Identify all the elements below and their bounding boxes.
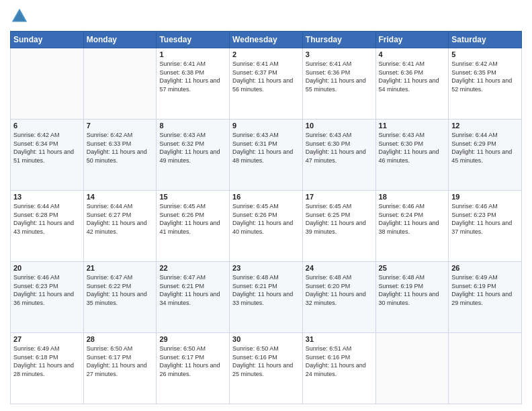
day-number: 7: [87, 122, 154, 130]
day-number: 29: [159, 335, 226, 343]
week-row-1: 1Sunrise: 6:41 AMSunset: 6:38 PMDaylight…: [11, 48, 522, 120]
day-number: 4: [379, 50, 446, 58]
calendar-cell: 10Sunrise: 6:43 AMSunset: 6:30 PMDayligh…: [302, 120, 375, 191]
day-info: Sunrise: 6:46 AMSunset: 6:24 PMDaylight:…: [379, 202, 446, 236]
day-info: Sunrise: 6:45 AMSunset: 6:26 PMDaylight:…: [159, 202, 226, 236]
weekday-header-row: SundayMondayTuesdayWednesdayThursdayFrid…: [11, 32, 522, 48]
day-info: Sunrise: 6:45 AMSunset: 6:25 PMDaylight:…: [306, 202, 373, 236]
calendar-cell: 6Sunrise: 6:42 AMSunset: 6:34 PMDaylight…: [11, 120, 84, 191]
calendar-cell: 12Sunrise: 6:44 AMSunset: 6:29 PMDayligh…: [449, 120, 522, 191]
day-info: Sunrise: 6:46 AMSunset: 6:23 PMDaylight:…: [451, 202, 519, 236]
day-info: Sunrise: 6:43 AMSunset: 6:30 PMDaylight:…: [379, 131, 446, 165]
weekday-header-sunday: Sunday: [11, 32, 84, 48]
day-info: Sunrise: 6:50 AMSunset: 6:17 PMDaylight:…: [87, 345, 154, 378]
day-info: Sunrise: 6:48 AMSunset: 6:21 PMDaylight:…: [232, 273, 300, 307]
day-number: 12: [451, 122, 519, 130]
day-number: 28: [87, 335, 154, 343]
day-info: Sunrise: 6:46 AMSunset: 6:23 PMDaylight:…: [13, 273, 81, 307]
calendar-cell: 3Sunrise: 6:41 AMSunset: 6:36 PMDaylight…: [302, 48, 375, 120]
calendar-cell: [449, 333, 522, 404]
calendar-cell: 16Sunrise: 6:45 AMSunset: 6:26 PMDayligh…: [230, 191, 303, 262]
day-info: Sunrise: 6:47 AMSunset: 6:21 PMDaylight:…: [159, 273, 226, 307]
logo: [10, 7, 32, 26]
calendar-cell: 29Sunrise: 6:50 AMSunset: 6:17 PMDayligh…: [157, 333, 230, 404]
day-number: 24: [306, 264, 373, 272]
calendar-cell: 25Sunrise: 6:48 AMSunset: 6:19 PMDayligh…: [375, 262, 449, 333]
calendar-cell: 2Sunrise: 6:41 AMSunset: 6:37 PMDaylight…: [230, 48, 303, 120]
calendar-cell: 24Sunrise: 6:48 AMSunset: 6:20 PMDayligh…: [302, 262, 375, 333]
week-row-3: 13Sunrise: 6:44 AMSunset: 6:28 PMDayligh…: [11, 191, 522, 262]
day-number: 17: [306, 193, 373, 201]
day-info: Sunrise: 6:48 AMSunset: 6:19 PMDaylight:…: [379, 273, 446, 307]
day-number: 21: [87, 264, 154, 272]
day-number: 30: [232, 335, 300, 343]
day-info: Sunrise: 6:49 AMSunset: 6:19 PMDaylight:…: [451, 273, 519, 307]
day-number: 1: [159, 50, 226, 58]
day-info: Sunrise: 6:42 AMSunset: 6:34 PMDaylight:…: [13, 131, 81, 165]
day-info: Sunrise: 6:44 AMSunset: 6:27 PMDaylight:…: [87, 202, 154, 236]
day-info: Sunrise: 6:43 AMSunset: 6:32 PMDaylight:…: [159, 131, 226, 165]
day-info: Sunrise: 6:43 AMSunset: 6:31 PMDaylight:…: [232, 131, 300, 165]
calendar-cell: 30Sunrise: 6:50 AMSunset: 6:16 PMDayligh…: [230, 333, 303, 404]
calendar-cell: 1Sunrise: 6:41 AMSunset: 6:38 PMDaylight…: [157, 48, 230, 120]
day-number: 22: [159, 264, 226, 272]
day-number: 20: [13, 264, 81, 272]
calendar-cell: 4Sunrise: 6:41 AMSunset: 6:36 PMDaylight…: [375, 48, 449, 120]
calendar-cell: 8Sunrise: 6:43 AMSunset: 6:32 PMDaylight…: [157, 120, 230, 191]
day-number: 3: [306, 50, 373, 58]
calendar-cell: 20Sunrise: 6:46 AMSunset: 6:23 PMDayligh…: [11, 262, 84, 333]
day-number: 9: [232, 122, 300, 130]
day-info: Sunrise: 6:49 AMSunset: 6:18 PMDaylight:…: [13, 345, 81, 378]
calendar-cell: 15Sunrise: 6:45 AMSunset: 6:26 PMDayligh…: [157, 191, 230, 262]
weekday-header-friday: Friday: [375, 32, 449, 48]
weekday-header-wednesday: Wednesday: [230, 32, 303, 48]
day-info: Sunrise: 6:51 AMSunset: 6:16 PMDaylight:…: [306, 345, 373, 378]
day-info: Sunrise: 6:50 AMSunset: 6:17 PMDaylight:…: [159, 345, 226, 378]
weekday-header-thursday: Thursday: [302, 32, 375, 48]
day-info: Sunrise: 6:50 AMSunset: 6:16 PMDaylight:…: [232, 345, 300, 378]
calendar-cell: 19Sunrise: 6:46 AMSunset: 6:23 PMDayligh…: [449, 191, 522, 262]
day-info: Sunrise: 6:41 AMSunset: 6:37 PMDaylight:…: [232, 60, 300, 93]
calendar-cell: 7Sunrise: 6:42 AMSunset: 6:33 PMDaylight…: [83, 120, 157, 191]
calendar-cell: 27Sunrise: 6:49 AMSunset: 6:18 PMDayligh…: [11, 333, 84, 404]
day-info: Sunrise: 6:42 AMSunset: 6:35 PMDaylight:…: [451, 60, 519, 93]
day-info: Sunrise: 6:43 AMSunset: 6:30 PMDaylight:…: [306, 131, 373, 165]
day-number: 31: [306, 335, 373, 343]
calendar-cell: 13Sunrise: 6:44 AMSunset: 6:28 PMDayligh…: [11, 191, 84, 262]
day-info: Sunrise: 6:48 AMSunset: 6:20 PMDaylight:…: [306, 273, 373, 307]
week-row-5: 27Sunrise: 6:49 AMSunset: 6:18 PMDayligh…: [11, 333, 522, 404]
logo-icon: [10, 7, 29, 26]
calendar-cell: 31Sunrise: 6:51 AMSunset: 6:16 PMDayligh…: [302, 333, 375, 404]
page: SundayMondayTuesdayWednesdayThursdayFrid…: [0, 0, 532, 411]
week-row-4: 20Sunrise: 6:46 AMSunset: 6:23 PMDayligh…: [11, 262, 522, 333]
calendar-cell: 14Sunrise: 6:44 AMSunset: 6:27 PMDayligh…: [83, 191, 157, 262]
day-info: Sunrise: 6:44 AMSunset: 6:28 PMDaylight:…: [13, 202, 81, 236]
day-number: 25: [379, 264, 446, 272]
calendar-cell: 22Sunrise: 6:47 AMSunset: 6:21 PMDayligh…: [157, 262, 230, 333]
weekday-header-tuesday: Tuesday: [157, 32, 230, 48]
day-info: Sunrise: 6:41 AMSunset: 6:36 PMDaylight:…: [306, 60, 373, 93]
day-number: 6: [13, 122, 81, 130]
day-info: Sunrise: 6:41 AMSunset: 6:36 PMDaylight:…: [379, 60, 446, 93]
day-number: 14: [87, 193, 154, 201]
day-info: Sunrise: 6:47 AMSunset: 6:22 PMDaylight:…: [87, 273, 154, 307]
day-number: 5: [451, 50, 519, 58]
calendar-cell: 17Sunrise: 6:45 AMSunset: 6:25 PMDayligh…: [302, 191, 375, 262]
day-number: 13: [13, 193, 81, 201]
weekday-header-monday: Monday: [83, 32, 157, 48]
calendar-cell: 28Sunrise: 6:50 AMSunset: 6:17 PMDayligh…: [83, 333, 157, 404]
calendar-cell: 18Sunrise: 6:46 AMSunset: 6:24 PMDayligh…: [375, 191, 449, 262]
day-number: 18: [379, 193, 446, 201]
day-number: 27: [13, 335, 81, 343]
day-info: Sunrise: 6:44 AMSunset: 6:29 PMDaylight:…: [451, 131, 519, 165]
day-number: 8: [159, 122, 226, 130]
day-number: 11: [379, 122, 446, 130]
calendar-cell: [11, 48, 84, 120]
calendar: SundayMondayTuesdayWednesdayThursdayFrid…: [10, 31, 522, 404]
day-info: Sunrise: 6:42 AMSunset: 6:33 PMDaylight:…: [87, 131, 154, 165]
day-info: Sunrise: 6:41 AMSunset: 6:38 PMDaylight:…: [159, 60, 226, 93]
calendar-cell: [83, 48, 157, 120]
calendar-cell: 11Sunrise: 6:43 AMSunset: 6:30 PMDayligh…: [375, 120, 449, 191]
calendar-cell: [375, 333, 449, 404]
header: [10, 7, 522, 26]
